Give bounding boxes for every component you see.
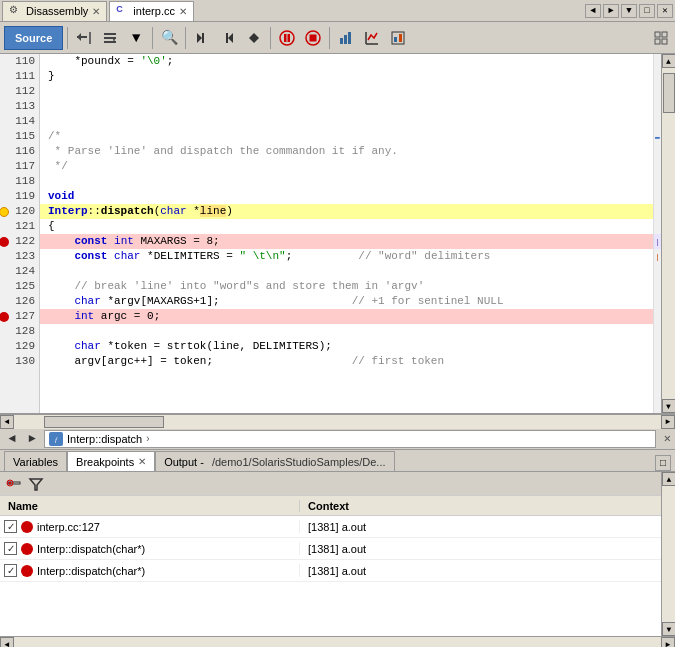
fold-mark-5[interactable]: ▬ (654, 129, 661, 144)
code-line-110: *poundx = '\0'; (40, 54, 653, 69)
search-button[interactable]: 🔍 (157, 26, 181, 50)
code-line-120: Interp::dispatch(char *line) (40, 204, 653, 219)
code-line-119: void (40, 189, 653, 204)
scroll-right-btn[interactable]: ► (603, 4, 619, 18)
panel-hscroll-left[interactable]: ◄ (0, 637, 14, 647)
history-dropdown[interactable] (98, 26, 122, 50)
svg-rect-27 (662, 32, 667, 37)
main-toolbar: Source ▼ 🔍 (0, 22, 675, 54)
panel-vscroll-down[interactable]: ▼ (662, 622, 675, 636)
svg-point-13 (280, 31, 294, 45)
chart2-btn[interactable] (360, 26, 384, 50)
code-editor[interactable]: *poundx = '\0'; } /* * Parse 'line' and … (40, 54, 653, 413)
tab-variables[interactable]: Variables (4, 451, 67, 471)
code-line-126: char *argv[MAXARGS+1]; // +1 for sentine… (40, 294, 653, 309)
bp-row-1-checkbox[interactable] (4, 542, 17, 555)
back-button[interactable] (72, 26, 96, 50)
scroll-left-btn[interactable]: ◄ (585, 4, 601, 18)
chart1-btn[interactable] (334, 26, 358, 50)
tab-disassembly[interactable]: ⚙ Disassembly ✕ (2, 1, 107, 21)
nav-func-display: f Interp::dispatch › (44, 430, 656, 448)
toolbar-separator-4 (270, 27, 271, 49)
forward-dropdown[interactable]: ▼ (124, 26, 148, 50)
stop-btn[interactable] (301, 26, 325, 50)
svg-marker-11 (249, 33, 254, 43)
svg-rect-3 (104, 33, 116, 35)
tab-breakpoints[interactable]: Breakpoints ✕ (67, 451, 155, 471)
vscroll-thumb[interactable] (663, 73, 675, 113)
toolbar-separator-1 (67, 27, 68, 49)
code-line-118 (40, 174, 653, 189)
fold-mark-13: | (654, 249, 661, 264)
tab-interp-close[interactable]: ✕ (179, 6, 187, 17)
window-restore-btn[interactable]: □ (639, 4, 655, 18)
hscroll-track[interactable] (14, 415, 661, 429)
toolbar-separator-2 (152, 27, 153, 49)
code-line-127: int argc = 0; (40, 309, 653, 324)
window-close-btn[interactable]: ✕ (657, 4, 673, 18)
panel-vscroll-track[interactable] (662, 486, 675, 622)
bp-row-1[interactable]: Interp::dispatch(char*) [1381] a.out (0, 538, 661, 560)
panel-hscroll-right[interactable]: ► (661, 637, 675, 647)
step-into-btn[interactable] (242, 26, 266, 50)
tab-interp-cc[interactable]: C interp.cc ✕ (109, 1, 194, 21)
panel-vscroll-up[interactable]: ▲ (662, 472, 675, 486)
line-num-129: 129 (0, 339, 39, 354)
svg-rect-23 (392, 32, 404, 44)
tab-output[interactable]: Output - /demo1/SolarisStudioSamples/De.… (155, 451, 394, 471)
chart3-btn[interactable] (386, 26, 410, 50)
line-num-127: 127 (0, 309, 39, 324)
nav-close-btn[interactable]: ✕ (664, 431, 671, 446)
nav-func-label: Interp::dispatch (67, 433, 142, 445)
svg-marker-7 (197, 33, 202, 43)
hscroll-left[interactable]: ◄ (0, 415, 14, 429)
layout-btn[interactable] (651, 28, 671, 48)
fold-mark-4 (654, 114, 661, 129)
source-button[interactable]: Source (4, 26, 63, 50)
editor-vscroll[interactable]: ▲ ▼ (661, 54, 675, 413)
vscroll-down[interactable]: ▼ (662, 399, 676, 413)
col-name-header: Name (0, 500, 300, 512)
bp-row-1-icon (21, 543, 33, 555)
panel-vscroll[interactable]: ▲ ▼ (661, 472, 675, 636)
bp-add-btn[interactable] (4, 475, 24, 493)
bp-filter-btn[interactable] (26, 475, 46, 493)
code-line-124 (40, 264, 653, 279)
pause-btn[interactable] (275, 26, 299, 50)
code-line-115: /* (40, 129, 653, 144)
bp-row-0[interactable]: interp.cc:127 [1381] a.out (0, 516, 661, 538)
bp-row-0-checkbox[interactable] (4, 520, 17, 533)
editor-hscroll[interactable]: ◄ ► (0, 414, 675, 428)
toolbar-separator-3 (185, 27, 186, 49)
tab-breakpoints-close[interactable]: ✕ (138, 456, 146, 467)
svg-rect-24 (394, 37, 397, 42)
hscroll-right[interactable]: ► (661, 415, 675, 429)
fold-mark-18 (654, 324, 661, 339)
step-out-btn[interactable] (190, 26, 214, 50)
svg-marker-9 (228, 33, 233, 43)
vscroll-up[interactable]: ▲ (662, 54, 676, 68)
panel-maximize-btn[interactable]: □ (655, 455, 671, 471)
tab-disassembly-close[interactable]: ✕ (92, 6, 100, 17)
hscroll-thumb[interactable] (44, 416, 164, 428)
svg-rect-17 (310, 34, 317, 41)
bp-row-2[interactable]: Interp::dispatch(char*) [1381] a.out (0, 560, 661, 582)
svg-rect-2 (89, 32, 91, 44)
cpp-file-icon: C (116, 4, 130, 18)
vscroll-track[interactable] (662, 68, 676, 399)
svg-rect-28 (655, 39, 660, 44)
line-num-126: 126 (0, 294, 39, 309)
func-icon: f (49, 432, 63, 446)
step-over-btn[interactable] (216, 26, 240, 50)
window-down-btn[interactable]: ▼ (621, 4, 637, 18)
panel-hscroll-track[interactable] (14, 637, 661, 647)
line-num-130: 130 (0, 354, 39, 369)
bp-table-header: Name Context (0, 496, 661, 516)
col-context-header: Context (300, 500, 661, 512)
panel-hscroll[interactable]: ◄ ► (0, 636, 675, 647)
bp-row-2-checkbox[interactable] (4, 564, 17, 577)
code-line-114 (40, 114, 653, 129)
svg-point-34 (9, 481, 12, 484)
nav-back-btn[interactable]: ◄ (4, 431, 20, 447)
nav-forward-btn[interactable]: ► (24, 431, 40, 447)
